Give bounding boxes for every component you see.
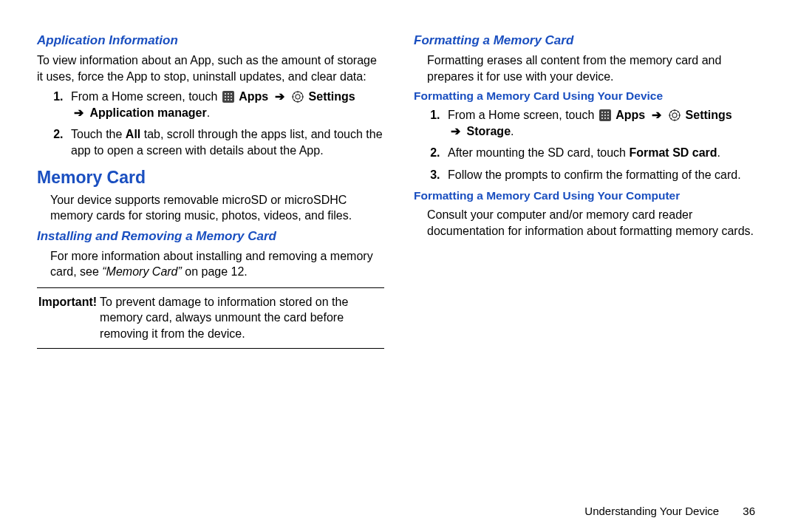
- storage-label: Storage: [466, 125, 511, 137]
- manual-page: Application Information To view informat…: [0, 0, 798, 532]
- svg-line-9: [301, 93, 301, 94]
- fd-step2-a: After mounting the SD card, touch: [448, 146, 629, 159]
- step1-text-a: From a Home screen, touch: [71, 90, 221, 103]
- fd-step1-text-a: From a Home screen, touch: [448, 109, 598, 121]
- settings-icon: [292, 91, 304, 103]
- app-info-intro: To view information about an App, such a…: [37, 52, 384, 84]
- right-column: Formatting a Memory Card Formatting eras…: [414, 30, 761, 493]
- arrow-icon: ➔: [74, 106, 83, 119]
- installing-text-b: on page 12.: [182, 265, 248, 278]
- important-label: Important!: [38, 294, 97, 342]
- formatting-computer-heading: Formatting a Memory Card Using Your Comp…: [414, 188, 761, 204]
- app-info-step-1: From a Home screen, touch Apps ➔: [66, 89, 384, 120]
- page-number: 36: [743, 505, 755, 517]
- svg-line-16: [671, 112, 672, 112]
- memory-card-ref: “Memory Card”: [102, 265, 182, 278]
- arrow-icon: ➔: [652, 109, 661, 121]
- memory-card-intro: Your device supports removable microSD o…: [50, 192, 384, 224]
- app-info-steps: From a Home screen, touch Apps ➔: [66, 89, 384, 158]
- format-device-step-1: From a Home screen, touch Apps ➔: [443, 107, 761, 139]
- left-column: Application Information To view informat…: [37, 30, 384, 493]
- formatting-heading: Formatting a Memory Card: [414, 33, 761, 50]
- application-information-heading: Application Information: [37, 33, 384, 50]
- two-column-layout: Application Information To view informat…: [37, 30, 761, 493]
- apps-label: Apps: [615, 109, 645, 121]
- format-device-step-2: After mounting the SD card, touch Format…: [443, 145, 761, 161]
- settings-icon: [669, 109, 681, 121]
- svg-line-8: [294, 100, 295, 100]
- format-device-step-3: Follow the prompts to confirm the format…: [443, 167, 761, 183]
- svg-line-19: [678, 112, 678, 112]
- apps-icon: [222, 91, 234, 103]
- fd-step2-c: .: [717, 146, 720, 159]
- footer-section: Understanding Your Device: [584, 505, 719, 517]
- all-tab-label: All: [126, 128, 140, 140]
- formatting-device-heading: Formatting a Memory Card Using Your Devi…: [414, 89, 761, 104]
- formatting-device-steps: From a Home screen, touch Apps ➔: [443, 107, 761, 183]
- installing-removing-heading: Installing and Removing a Memory Card: [37, 228, 384, 245]
- svg-line-7: [301, 100, 301, 100]
- apps-icon: [599, 109, 611, 121]
- important-text: To prevent damage to information stored …: [100, 294, 383, 342]
- arrow-icon: ➔: [451, 125, 460, 137]
- svg-line-6: [294, 93, 295, 94]
- arrow-icon: ➔: [275, 90, 284, 103]
- application-manager-label: Application manager: [89, 106, 206, 119]
- step2-text-a: Touch the: [71, 128, 126, 140]
- svg-point-1: [296, 95, 300, 99]
- apps-label: Apps: [239, 90, 268, 103]
- memory-card-heading: Memory Card: [37, 166, 384, 189]
- installing-removing-text: For more information about installing an…: [50, 248, 384, 280]
- important-note: Important! To prevent damage to informat…: [37, 287, 384, 349]
- format-sd-card-label: Format SD card: [629, 146, 717, 159]
- settings-label: Settings: [686, 109, 732, 121]
- page-footer: Understanding Your Device 36: [37, 493, 761, 517]
- svg-line-18: [671, 118, 672, 119]
- svg-point-11: [672, 113, 677, 117]
- formatting-intro: Formatting erases all content from the m…: [427, 52, 761, 84]
- formatting-computer-text: Consult your computer and/or memory card…: [427, 207, 761, 239]
- settings-label: Settings: [309, 90, 355, 103]
- app-info-step-2: Touch the All tab, scroll through the ap…: [66, 126, 384, 158]
- svg-line-17: [678, 118, 678, 119]
